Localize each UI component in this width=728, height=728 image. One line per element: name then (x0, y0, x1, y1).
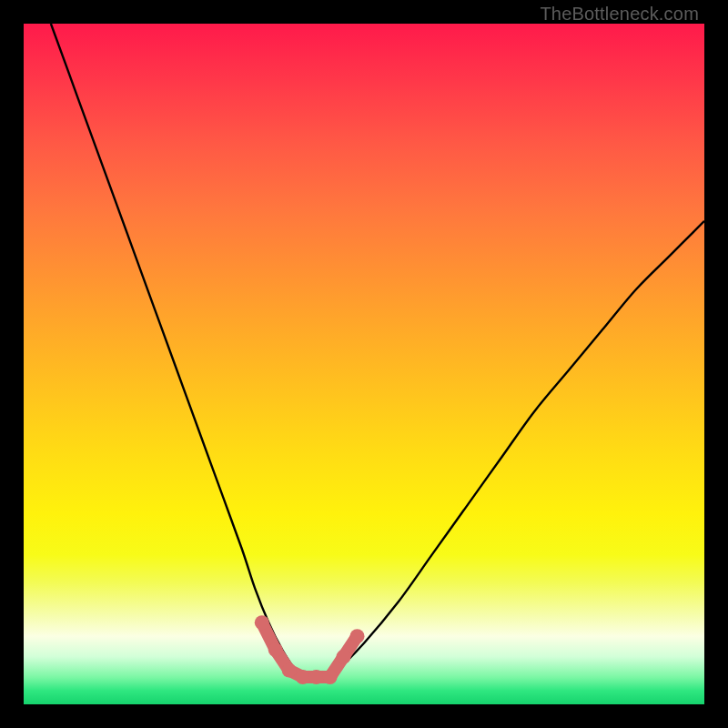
svg-point-2 (282, 663, 297, 678)
watermark-text: TheBottleneck.com (540, 4, 699, 25)
plot-area (24, 24, 704, 704)
svg-point-0 (255, 615, 269, 630)
svg-point-3 (296, 670, 310, 684)
svg-point-6 (337, 650, 351, 664)
curve-markers (24, 24, 704, 704)
svg-point-4 (309, 670, 324, 684)
svg-point-7 (350, 629, 365, 643)
chart-frame: TheBottleneck.com (0, 0, 728, 728)
svg-point-1 (268, 642, 283, 657)
svg-point-5 (323, 670, 338, 684)
